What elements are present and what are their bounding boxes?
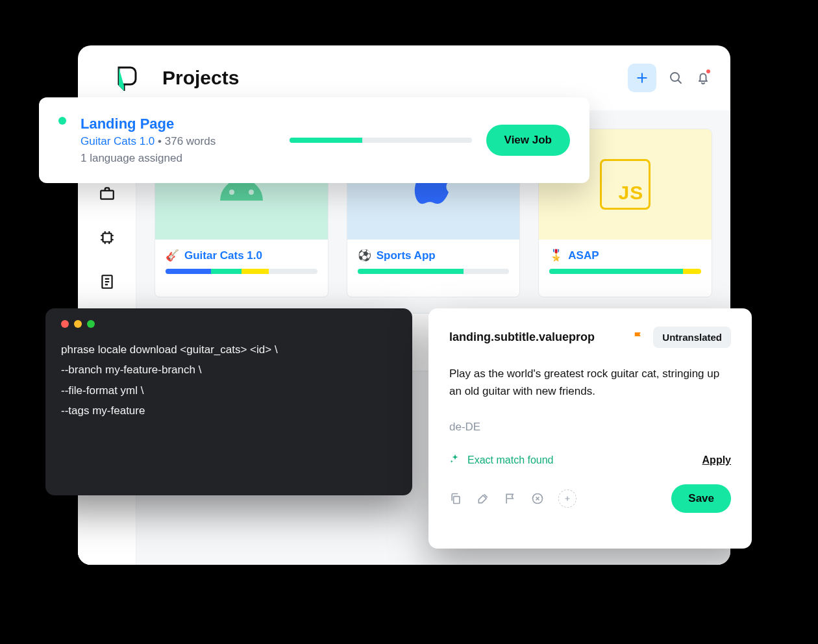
flag-icon [632, 330, 644, 342]
job-words: 376 words [165, 135, 216, 147]
job-card: Landing Page Guitar Cats 1.0 • 376 words… [39, 97, 589, 183]
briefcase-icon [99, 185, 116, 202]
apply-button[interactable]: Apply [702, 454, 731, 466]
editor-header: landing.subtitle.valueprop Untranslated [449, 327, 731, 348]
terminal-line: --tags my-feature [61, 401, 397, 421]
job-title[interactable]: Landing Page [81, 116, 275, 132]
chip-icon [99, 229, 116, 246]
clear-button[interactable] [531, 492, 544, 505]
sidebar-item-reports[interactable] [99, 273, 116, 290]
copy-icon [449, 492, 462, 505]
project-progress [166, 269, 317, 274]
match-text: Exact match found [467, 454, 554, 466]
copy-button[interactable] [449, 492, 462, 505]
header-actions [628, 64, 711, 92]
project-title: 🎖️ ASAP [549, 249, 701, 262]
sidebar-item-integrations[interactable] [99, 229, 116, 246]
sidebar-item-briefcase[interactable] [99, 185, 116, 202]
svg-point-4 [229, 190, 234, 195]
terminal-window: phrase locale download <guitar_cats> <id… [45, 308, 412, 495]
progress-segment [683, 269, 701, 274]
terminal-line: --file-format yml \ [61, 380, 397, 401]
svg-point-5 [249, 190, 254, 195]
sparkle-icon [449, 453, 461, 467]
flag-toolbar-button[interactable] [504, 492, 517, 505]
search-icon [668, 70, 684, 86]
terminal-line: --branch my-feature-branch \ [61, 360, 397, 380]
project-title: 🎸 Guitar Cats 1.0 [166, 249, 317, 262]
job-project[interactable]: Guitar Cats 1.0 [81, 135, 155, 147]
page-title: Projects [162, 67, 239, 89]
project-emoji-icon: 🎸 [166, 249, 179, 262]
project-emoji-icon: 🎖️ [549, 249, 563, 262]
phrase-logo-icon [115, 65, 138, 91]
target-locale: de-DE [449, 421, 731, 434]
progress-segment [358, 269, 464, 274]
logo [97, 65, 156, 91]
project-title: ⚽ Sports App [358, 249, 510, 262]
progress-segment [166, 269, 211, 274]
svg-rect-2 [103, 234, 111, 242]
job-languages: 1 language assigned [81, 152, 275, 165]
source-text: Play as the world's greatest rock guitar… [449, 365, 731, 400]
job-info: Landing Page Guitar Cats 1.0 • 376 words… [81, 116, 275, 165]
job-progress [290, 138, 472, 143]
status-active-icon [58, 117, 66, 125]
window-controls [61, 320, 397, 328]
save-button[interactable]: Save [671, 484, 731, 513]
minimize-icon[interactable] [74, 320, 82, 328]
translation-editor: landing.subtitle.valueprop Untranslated … [428, 308, 752, 549]
flag-button[interactable] [632, 330, 644, 345]
plus-icon [636, 71, 649, 84]
project-emoji-icon: ⚽ [358, 249, 371, 262]
editor-toolbar: Save [449, 484, 731, 513]
svg-rect-1 [101, 191, 114, 199]
add-placeholder-button[interactable] [558, 489, 576, 508]
project-progress [549, 269, 701, 274]
status-chip: Untranslated [653, 327, 731, 348]
progress-fill [290, 138, 362, 143]
close-icon[interactable] [61, 320, 69, 328]
match-suggestion: Exact match found Apply [449, 453, 731, 467]
search-button[interactable] [668, 70, 684, 86]
project-card-footer: ⚽ Sports App [347, 240, 520, 283]
x-circle-icon [531, 492, 544, 505]
project-name: Guitar Cats 1.0 [184, 249, 262, 262]
highlight-button[interactable] [477, 492, 490, 505]
project-progress [358, 269, 510, 274]
flag-outline-icon [504, 492, 517, 505]
highlighter-icon [477, 492, 490, 505]
view-job-button[interactable]: View Job [486, 125, 570, 156]
job-subtitle: Guitar Cats 1.0 • 376 words [81, 135, 275, 148]
maximize-icon[interactable] [87, 320, 95, 328]
document-icon [99, 273, 116, 290]
progress-segment [242, 269, 269, 274]
add-button[interactable] [628, 64, 656, 92]
notification-dot-icon [706, 69, 710, 73]
project-card-footer: 🎸 Guitar Cats 1.0 [155, 240, 328, 283]
progress-segment [549, 269, 683, 274]
progress-segment [211, 269, 242, 274]
project-name: ASAP [568, 249, 599, 262]
project-card-footer: 🎖️ ASAP [539, 240, 712, 283]
notifications-button[interactable] [695, 70, 711, 86]
javascript-icon: JS [600, 159, 651, 210]
plus-small-icon [563, 494, 572, 503]
project-name: Sports App [377, 249, 436, 262]
terminal-line: phrase locale download <guitar_cats> <id… [61, 340, 397, 360]
translation-key: landing.subtitle.valueprop [449, 330, 623, 344]
svg-rect-6 [454, 497, 460, 504]
